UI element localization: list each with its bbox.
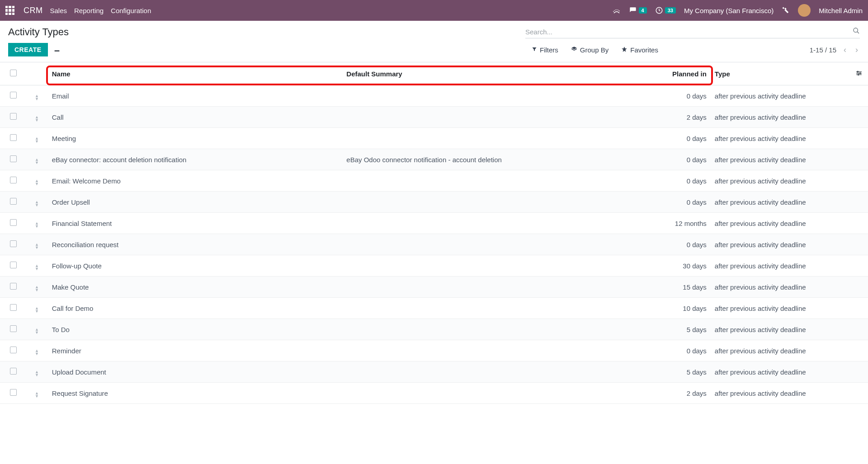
cell-summary [342,107,642,128]
row-checkbox[interactable] [10,347,17,353]
apps-icon[interactable] [5,6,14,15]
table-row[interactable]: ▲▼Email: Welcome Demo0 daysafter previou… [0,170,868,192]
drag-handle-icon[interactable]: ▲▼ [26,319,47,340]
svg-point-3 [859,72,861,74]
page-title: Activity Types [8,26,69,38]
messages-icon[interactable]: 4 [629,7,647,14]
row-checkbox[interactable] [10,325,17,332]
col-planned[interactable]: Planned in [642,62,710,85]
row-checkbox[interactable] [10,113,17,120]
activities-icon[interactable]: 33 [655,6,676,14]
columns-settings-icon[interactable] [855,70,863,78]
cell-planned: 2 days [642,107,710,128]
drag-handle-icon[interactable]: ▲▼ [26,277,47,298]
table-row[interactable]: ▲▼Meeting0 daysafter previous activity d… [0,128,868,149]
pager-prev-icon[interactable]: ‹ [842,45,848,55]
drag-handle-icon[interactable]: ▲▼ [26,340,47,361]
col-type[interactable]: Type [710,62,847,85]
table-row[interactable]: ▲▼Upload Document5 daysafter previous ac… [0,361,868,383]
cell-planned: 0 days [642,340,710,361]
table-row[interactable]: ▲▼Call2 daysafter previous activity dead… [0,107,868,128]
table-row[interactable]: ▲▼Order Upsell0 daysafter previous activ… [0,192,868,213]
cell-type: after previous activity deadline [710,383,847,404]
row-checkbox[interactable] [10,155,17,162]
filters-button[interactable]: Filters [525,44,565,56]
search-input[interactable] [525,28,853,36]
favorites-label: Favorites [630,46,658,54]
activities-badge: 33 [665,7,676,14]
drag-handle-icon[interactable]: ▲▼ [26,383,47,404]
cell-planned: 15 days [642,277,710,298]
drag-handle-icon[interactable]: ▲▼ [26,107,47,128]
row-checkbox[interactable] [10,389,17,396]
drag-handle-icon[interactable]: ▲▼ [26,128,47,149]
drag-handle-icon[interactable]: ▲▼ [26,234,47,255]
control-panel: Activity Types CREATE Filters [0,21,868,62]
cell-summary [342,234,642,255]
cell-type: after previous activity deadline [710,192,847,213]
voip-icon[interactable] [613,7,621,14]
table-row[interactable]: ▲▼Email0 daysafter previous activity dea… [0,85,868,107]
cell-name: eBay connector: account deletion notific… [47,149,342,170]
table-row[interactable]: ▲▼Request Signature2 daysafter previous … [0,383,868,404]
row-checkbox[interactable] [10,198,17,205]
table-row[interactable]: ▲▼Reminder0 daysafter previous activity … [0,340,868,361]
row-checkbox[interactable] [10,134,17,141]
favorites-button[interactable]: Favorites [615,44,665,56]
cell-name: Make Quote [47,277,342,298]
table-row[interactable]: ▲▼eBay connector: account deletion notif… [0,149,868,170]
table-row[interactable]: ▲▼Financial Statement12 monthsafter prev… [0,213,868,234]
star-icon [621,46,627,54]
drag-handle-icon[interactable]: ▲▼ [26,298,47,319]
select-all-checkbox[interactable] [10,70,17,76]
drag-handle-icon[interactable]: ▲▼ [26,149,47,170]
import-icon[interactable] [53,45,61,54]
drag-handle-icon[interactable]: ▲▼ [26,361,47,383]
row-checkbox[interactable] [10,368,17,375]
pager: 1-15 / 15 ‹ › [810,45,860,55]
col-name[interactable]: Name [47,62,342,85]
cell-summary [342,85,642,107]
cell-summary [342,340,642,361]
cell-type: after previous activity deadline [710,128,847,149]
row-checkbox[interactable] [10,219,17,226]
cell-name: Meeting [47,128,342,149]
col-summary[interactable]: Default Summary [342,62,642,85]
cell-name: Request Signature [47,383,342,404]
avatar[interactable] [798,4,811,17]
drag-handle-icon[interactable]: ▲▼ [26,85,47,107]
company-name[interactable]: My Company (San Francisco) [684,7,774,14]
drag-handle-icon[interactable]: ▲▼ [26,213,47,234]
layers-icon [571,46,577,54]
table-row[interactable]: ▲▼Make Quote15 daysafter previous activi… [0,277,868,298]
table-row[interactable]: ▲▼Reconciliation request0 daysafter prev… [0,234,868,255]
row-checkbox[interactable] [10,177,17,183]
create-button[interactable]: CREATE [8,43,48,56]
tools-icon[interactable] [782,6,790,14]
user-name[interactable]: Mitchell Admin [819,7,863,14]
row-checkbox[interactable] [10,262,17,268]
nav-reporting[interactable]: Reporting [74,7,104,14]
table-row[interactable]: ▲▼Call for Demo10 daysafter previous act… [0,298,868,319]
search-icon[interactable] [853,27,860,36]
nav-configuration[interactable]: Configuration [111,7,151,14]
groupby-button[interactable]: Group By [565,44,615,56]
row-checkbox[interactable] [10,240,17,247]
cell-type: after previous activity deadline [710,340,847,361]
brand[interactable]: CRM [24,6,43,15]
nav-sales[interactable]: Sales [50,7,67,14]
row-checkbox[interactable] [10,92,17,98]
cell-name: Upload Document [47,361,342,383]
search-box[interactable] [525,25,860,38]
row-checkbox[interactable] [10,304,17,311]
cell-summary [342,170,642,192]
cell-planned: 0 days [642,192,710,213]
table-row[interactable]: ▲▼Follow-up Quote30 daysafter previous a… [0,255,868,277]
table-row[interactable]: ▲▼To Do5 daysafter previous activity dea… [0,319,868,340]
drag-handle-icon[interactable]: ▲▼ [26,255,47,277]
pager-next-icon[interactable]: › [854,45,860,55]
drag-handle-icon[interactable]: ▲▼ [26,192,47,213]
row-checkbox[interactable] [10,283,17,290]
drag-handle-icon[interactable]: ▲▼ [26,170,47,192]
cell-type: after previous activity deadline [710,170,847,192]
